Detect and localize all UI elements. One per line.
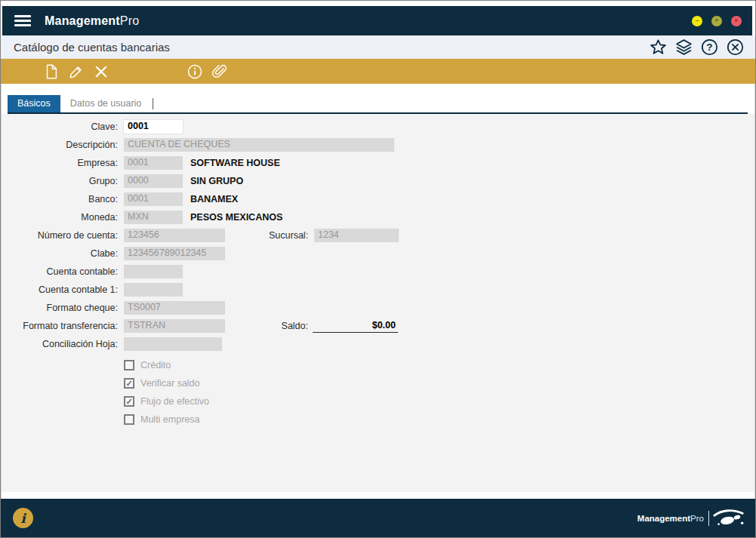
formato-transferencia-input[interactable]: TSTRAN [124,319,225,333]
toolbar [1,59,755,84]
new-document-icon[interactable] [43,63,60,80]
cuenta-contable-1-input[interactable] [124,283,183,297]
window-close-button[interactable]: × [731,16,742,26]
footer-info-button[interactable]: i [13,508,33,528]
info-icon[interactable] [187,63,203,80]
conciliacion-hoja-input[interactable] [124,337,222,351]
saldo-label: Saldo: [269,321,308,331]
field-row-conciliacion-hoja: Conciliación Hoja: [2,335,754,353]
verificar-saldo-label: Verificar saldo [140,378,200,389]
field-row-banco: Banco: 0001 BANAMEX [2,190,754,208]
field-row-moneda: Moneda: MXN PESOS MEXICANOS [2,208,754,226]
tab-datos-de-usuario[interactable]: Datos de usuario [60,95,152,112]
banco-name-text: BANAMEX [190,194,238,204]
content: Básicos Datos de usuario Clave: 0001 Des… [1,84,755,499]
sucursal-label: Sucursal: [269,230,308,241]
checkbox-credito[interactable]: Crédito [124,356,754,374]
checkbox-flujo-de-efectivo[interactable]: ✓ Flujo de efectivo [124,392,754,410]
app-window: ManagementPro – + × Catálogo de cuentas … [0,0,756,538]
footer-brand-bold: Management [637,514,690,523]
verificar-saldo-checkbox[interactable]: ✓ [124,378,134,389]
credito-checkbox[interactable] [124,360,134,370]
field-label: Conciliación Hoja: [2,339,118,349]
field-row-clave: Clave: 0001 [2,118,754,136]
flujo-de-efectivo-checkbox[interactable]: ✓ [124,396,134,407]
help-icon[interactable]: ? [700,38,719,57]
layers-icon[interactable] [674,38,693,57]
field-label: Formato transferencia: [2,321,118,331]
banco-input[interactable]: 0001 [124,192,183,206]
empresa-input[interactable]: 0001 [124,156,183,170]
cuenta-contable-input[interactable] [124,265,183,278]
multi-empresa-checkbox[interactable] [124,414,134,425]
field-label: Empresa: [2,158,118,168]
field-row-cuenta-contable-1: Cuenta contable 1: [2,281,754,299]
text-cursor [153,98,153,109]
app-brand: ManagementPro [45,14,139,28]
sucursal-input[interactable]: 1234 [314,229,399,242]
field-label: Clave: [2,121,118,132]
field-label: Moneda: [2,212,118,223]
field-label: Descripción: [2,140,118,150]
grupo-input[interactable]: 0000 [124,174,183,188]
saldo-value: $0.00 [313,319,398,333]
field-label: Formato cheque: [2,303,118,313]
page-header: Catálogo de cuentas bancarias ? [1,35,755,59]
edit-pencil-icon[interactable] [68,63,85,80]
formato-cheque-input[interactable]: TS0007 [124,301,225,315]
footer-brand-divider [708,511,709,526]
header-icons: ? [649,38,745,57]
footer: i ManagementPro [1,499,755,537]
cheetah-logo-icon [713,508,745,529]
maximize-button[interactable]: + [711,16,722,26]
flujo-de-efectivo-label: Flujo de efectivo [140,396,209,407]
titlebar: ManagementPro – + × [2,6,752,35]
field-label: Clabe: [2,248,118,259]
moneda-name-text: PESOS MEXICANOS [190,212,282,223]
field-label: Número de cuenta: [2,230,118,241]
moneda-input[interactable]: MXN [124,211,183,224]
menu-hamburger-icon[interactable] [14,13,31,29]
page-title: Catálogo de cuentas bancarias [14,41,170,54]
favorite-star-icon[interactable] [649,38,668,57]
window-controls: – + × [692,16,742,26]
field-row-grupo: Grupo: 0000 SIN GRUPO [2,172,754,190]
field-label: Grupo: [2,176,118,186]
credito-label: Crédito [140,360,171,370]
clabe-input[interactable]: 123456789012345 [124,247,225,260]
close-icon[interactable] [726,38,745,57]
field-row-formato-cheque: Formato cheque: TS0007 [2,299,754,317]
checkbox-verificar-saldo[interactable]: ✓ Verificar saldo [124,374,754,392]
field-row-descripcion: Descripción: CUENTA DE CHEQUES [2,136,754,154]
svg-text:?: ? [706,42,712,53]
form-area: Clave: 0001 Descripción: CUENTA DE CHEQU… [2,114,754,492]
field-row-empresa: Empresa: 0001 SOFTWARE HOUSE [2,154,754,172]
app-brand-light: Pro [120,14,140,27]
window-top-margin [1,1,755,6]
field-row-numero-cuenta: Número de cuenta: 123456 Sucursal: 1234 [2,226,754,244]
field-row-formato-transferencia: Formato transferencia: TSTRAN Saldo: $0.… [2,317,754,335]
clave-input[interactable]: 0001 [124,120,183,134]
field-label: Cuenta contable: [2,266,118,277]
checkbox-multi-empresa[interactable]: Multi empresa [124,410,754,429]
app-brand-bold: Management [45,14,120,27]
empresa-name-text: SOFTWARE HOUSE [190,158,280,168]
field-label: Cuenta contable 1: [2,284,118,295]
field-label: Banco: [2,194,118,204]
footer-brand: ManagementPro [637,508,745,529]
multi-empresa-label: Multi empresa [140,414,200,425]
field-row-clabe: Clabe: 123456789012345 [2,244,754,263]
tabstrip: Básicos Datos de usuario [2,94,754,112]
descripcion-input[interactable]: CUENTA DE CHEQUES [124,138,394,152]
checkbox-section: Crédito ✓ Verificar saldo ✓ Flujo de efe… [124,356,754,429]
numero-cuenta-input[interactable]: 123456 [124,229,225,242]
field-row-cuenta-contable: Cuenta contable: [2,263,754,281]
minimize-button[interactable]: – [692,16,702,26]
footer-brand-light: Pro [690,514,704,523]
delete-x-icon[interactable] [93,63,110,80]
attachment-paperclip-icon[interactable] [211,63,228,80]
grupo-name-text: SIN GRUPO [190,176,243,186]
tab-basicos[interactable]: Básicos [8,95,60,112]
